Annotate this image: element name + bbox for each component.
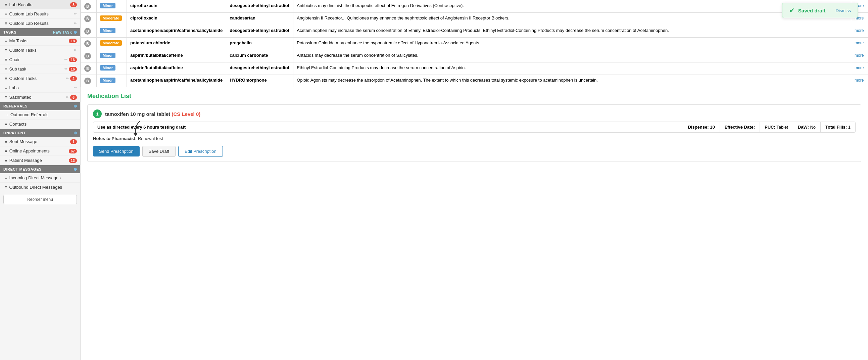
new-task-label[interactable]: NEW TASK xyxy=(53,31,72,34)
drug1-cell: ciprofloxacin xyxy=(127,0,226,13)
sent-message-badge: 1 xyxy=(70,139,77,144)
table-row: B Minor aspirin/butalbital/caffeine deso… xyxy=(81,62,868,75)
more-cell[interactable]: more xyxy=(851,50,868,62)
sidebar-label-patient-message: Patient Message xyxy=(9,158,67,163)
more-link[interactable]: more xyxy=(855,65,864,70)
drug1-cell: acetaminophen/aspirin/caffeine/salicylam… xyxy=(127,25,226,38)
drug-badge: B xyxy=(84,3,91,10)
drug1-cell: aspirin/butalbital/caffeine xyxy=(127,62,226,75)
more-link[interactable]: more xyxy=(855,78,864,83)
sidebar-item-patient-message[interactable]: ● Patient Message 13 xyxy=(0,156,80,165)
sidebar-label-outbound-dm: Outbound Direct Messages xyxy=(9,185,77,190)
more-cell[interactable]: more xyxy=(851,25,868,38)
more-link[interactable]: more xyxy=(855,28,864,33)
sidebar-item-online-appointments[interactable]: ● Online Appointments 67 xyxy=(0,146,80,156)
lab-results-badge: 3 xyxy=(70,2,77,7)
sidebar-item-lab-results[interactable]: ≡ Lab Results 3 xyxy=(0,0,80,9)
drug-badge: B xyxy=(84,40,91,47)
sidebar-label-lab-results: Lab Results xyxy=(9,2,69,7)
more-cell[interactable]: more xyxy=(851,38,868,50)
med-effective-date: Effective Date: xyxy=(720,122,760,132)
edit-icon-custom-lab-1[interactable]: ✏ xyxy=(74,12,77,16)
med-dispense: Dispense: 10 xyxy=(683,122,720,132)
tasks-section-header: TASKS NEW TASK ⊕ xyxy=(0,28,80,36)
send-prescription-button[interactable]: Send Prescription xyxy=(93,146,140,156)
referrals-section-header: REFERRALS ⊕ xyxy=(0,102,80,110)
drug2-cell: desogestrel-ethinyl estradiol xyxy=(226,25,293,38)
sidebar-item-labs[interactable]: ≡ Labs ✏ xyxy=(0,83,80,93)
edit-icon-sub-task[interactable]: ✏ xyxy=(64,67,67,71)
badge-cell: B xyxy=(81,50,97,62)
more-cell[interactable]: more xyxy=(851,62,868,75)
patient-message-icon: ● xyxy=(5,158,7,163)
edit-icon-custom-lab-2[interactable]: ✏ xyxy=(74,21,77,26)
table-row: B Minor acetaminophen/aspirin/caffeine/s… xyxy=(81,75,868,87)
contacts-icon: ● xyxy=(5,122,7,127)
sidebar-item-incoming-direct-messages[interactable]: ≡ Incoming Direct Messages xyxy=(0,173,80,183)
toast-dismiss-button[interactable]: Dismiss xyxy=(836,8,851,13)
my-tasks-icon: ≡ xyxy=(5,38,7,43)
toast-text: Saved draft xyxy=(798,8,826,13)
sidebar-item-chair[interactable]: ≡ Chair ✏ 16 xyxy=(0,55,80,64)
total-fills-label: Total Fills: xyxy=(825,125,847,130)
custom-tasks-2-icon: ≡ xyxy=(5,76,7,81)
dispense-label: Dispense: xyxy=(688,125,709,130)
interactions-table: B Minor ciprofloxacin desogestrel-ethiny… xyxy=(81,0,868,87)
edit-prescription-button[interactable]: Edit Prescription xyxy=(178,146,223,157)
custom-tasks-1-icon: ≡ xyxy=(5,48,7,53)
sidebar-item-outbound-referrals[interactable]: ← Outbound Referrals xyxy=(0,110,80,120)
drug2-cell: desogestrel-ethinyl estradiol xyxy=(226,0,293,13)
sidebar-item-custom-tasks-2[interactable]: ≡ Custom Tasks ✏ 2 xyxy=(0,74,80,83)
med-daw: DaW: No xyxy=(793,122,821,132)
sidebar-item-saznmateo[interactable]: ≡ Saznmateo ✏ 6 xyxy=(0,93,80,102)
more-link[interactable]: more xyxy=(855,53,864,58)
sidebar-item-custom-lab-1[interactable]: ≡ Custom Lab Results ✏ xyxy=(0,9,80,19)
edit-icon-saznmateo[interactable]: ✏ xyxy=(66,95,69,99)
sidebar-label-chair: Chair xyxy=(9,57,63,62)
sidebar-item-contacts[interactable]: ● Contacts xyxy=(0,120,80,129)
more-link[interactable]: more xyxy=(855,41,864,45)
badge-cell: B xyxy=(81,38,97,50)
edit-icon-chair[interactable]: ✏ xyxy=(64,57,67,62)
med-card-header: 1 tamoxifen 10 mg oral tablet (CS Level … xyxy=(93,110,856,118)
edit-icon-custom-tasks-1[interactable]: ✏ xyxy=(74,48,77,52)
description-cell: Antacids may decrease the serum concentr… xyxy=(293,50,851,62)
sidebar-item-outbound-direct-messages[interactable]: ≡ Outbound Direct Messages xyxy=(0,183,80,192)
table-row: B Moderate potassium chloride pregabalin… xyxy=(81,38,868,50)
notes-label: Notes to Pharmacist: xyxy=(93,136,136,141)
dispense-value: 10 xyxy=(710,125,715,130)
table-row: B Minor ciprofloxacin desogestrel-ethiny… xyxy=(81,0,868,13)
sidebar-item-custom-lab-2[interactable]: ≡ Custom Lab Results ✏ xyxy=(0,19,80,28)
sidebar-label-custom-lab-1: Custom Lab Results xyxy=(9,11,72,17)
table-row: B Minor aspirin/butalbital/caffeine calc… xyxy=(81,50,868,62)
custom-lab-1-icon: ≡ xyxy=(5,11,7,17)
sidebar-item-sub-task[interactable]: ≡ Sub task ✏ 16 xyxy=(0,64,80,74)
sidebar-label-my-tasks: My Tasks xyxy=(9,38,67,43)
reorder-menu-button[interactable]: Reorder menu xyxy=(3,195,77,204)
lab-results-icon: ≡ xyxy=(5,2,7,7)
more-cell[interactable]: more xyxy=(851,75,868,87)
severity-cell: Minor xyxy=(97,62,127,75)
save-draft-button[interactable]: Save Draft xyxy=(142,146,176,157)
puc-value: Tablet xyxy=(776,125,788,130)
sidebar-item-custom-tasks-1[interactable]: ≡ Custom Tasks ✏ xyxy=(0,46,80,55)
med-details-row: Use as directed every 6 hours testing dr… xyxy=(93,122,856,133)
sent-message-icon: ● xyxy=(5,139,7,144)
direct-messages-header-label: DIRECT MESSAGES xyxy=(3,167,42,171)
table-row: B Minor acetaminophen/aspirin/caffeine/s… xyxy=(81,25,868,38)
back-arrow-icon: ← xyxy=(5,112,9,117)
edit-icon-custom-tasks-2[interactable]: ✏ xyxy=(66,76,69,81)
med-cs-level: (CS Level 0) xyxy=(172,111,200,117)
drug1-cell: potassium chloride xyxy=(127,38,226,50)
sidebar-item-my-tasks[interactable]: ≡ My Tasks 18 xyxy=(0,36,80,46)
med-card: 1 tamoxifen 10 mg oral tablet (CS Level … xyxy=(87,104,861,162)
drug2-cell: candesartan xyxy=(226,13,293,25)
edit-icon-labs[interactable]: ✏ xyxy=(74,86,77,90)
sidebar-label-custom-tasks-1: Custom Tasks xyxy=(9,48,72,53)
toast-check-icon: ✔ xyxy=(789,6,795,14)
description-cell: Ethinyl Estradiol-Containing Products ma… xyxy=(293,62,851,75)
drug-badge: B xyxy=(84,78,91,84)
sidebar-item-sent-message[interactable]: ● Sent Message 1 xyxy=(0,137,80,146)
notes-value: Renewal test xyxy=(138,136,163,141)
severity-badge: Minor xyxy=(100,3,116,8)
